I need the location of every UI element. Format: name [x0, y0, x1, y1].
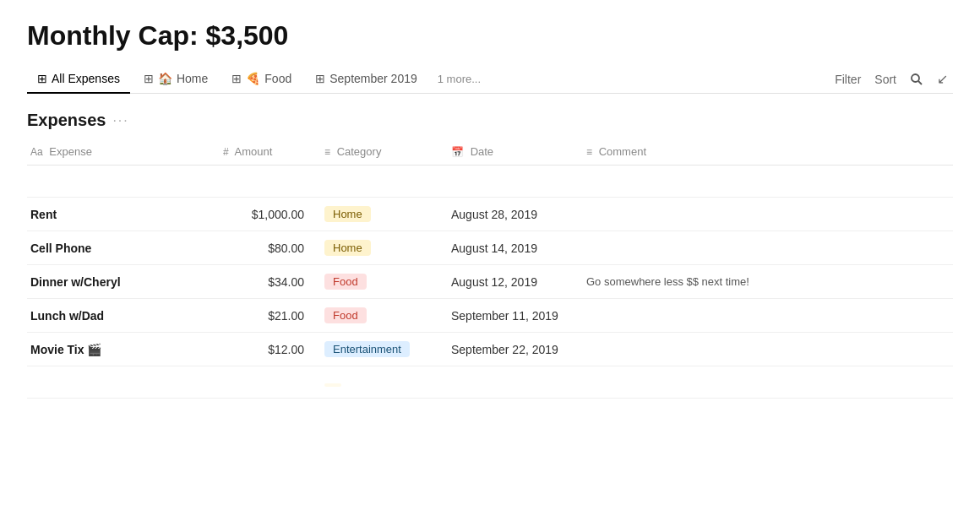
category-cell[interactable]: Food	[314, 265, 441, 299]
date-cell: August 12, 2019	[441, 265, 576, 299]
placeholder-badge	[324, 383, 341, 387]
expense-cell[interactable]: Lunch w/Dad	[27, 299, 213, 333]
table-row[interactable]: Rent $1,000.00 Home August 28, 2019	[27, 198, 953, 231]
sort-button[interactable]: Sort	[873, 69, 898, 90]
category-badge[interactable]: Home	[324, 206, 371, 222]
table-row[interactable]: Movie Tix 🎬 $12.00 Entertainment Septemb…	[27, 333, 953, 366]
tab-september-2019[interactable]: ⊞ September 2019	[305, 65, 427, 94]
amount-cell: $1,000.00	[213, 198, 314, 231]
date-col-label: Date	[471, 145, 493, 158]
date-cell: September 22, 2019	[441, 333, 576, 366]
tab-all-expenses-label: All Expenses	[52, 72, 120, 85]
search-button[interactable]	[908, 68, 925, 90]
category-cell[interactable]: Home	[314, 198, 441, 231]
expense-cell[interactable]: Dinner w/Cheryl	[27, 265, 213, 299]
section-header: Expenses ···	[27, 111, 953, 130]
col-header-date[interactable]: 📅 Date	[441, 140, 576, 166]
tabs-left: ⊞ All Expenses ⊞ 🏠 Home ⊞ 🍕 Food ⊞ Septe…	[27, 65, 833, 93]
category-badge[interactable]: Entertainment	[324, 341, 410, 357]
section-title: Expenses	[27, 111, 106, 130]
expense-name: Lunch w/Dad	[30, 309, 104, 323]
category-cell[interactable]: Entertainment	[314, 333, 441, 366]
comment-cell	[576, 333, 953, 366]
expenses-table: Aa Expense # Amount ≡ Category 📅 Date	[27, 140, 953, 399]
amount-cell: $21.00	[213, 299, 314, 333]
category-col-label: Category	[337, 145, 382, 158]
comment-col-icon: ≡	[586, 146, 592, 158]
expand-icon[interactable]: ↙	[935, 68, 950, 90]
tab-september-2019-label: September 2019	[329, 72, 417, 85]
table-row[interactable]: Lunch w/Dad $21.00 Food September 11, 20…	[27, 299, 953, 333]
expense-name: Rent	[30, 208, 57, 221]
expense-cell[interactable]: Movie Tix 🎬	[27, 333, 213, 366]
col-header-expense[interactable]: Aa Expense	[27, 140, 213, 166]
date-cell: September 11, 2019	[441, 299, 576, 333]
amount-cell: $80.00	[213, 231, 314, 265]
table-row-empty-bottom[interactable]	[27, 366, 953, 399]
expenses-table-wrapper: Aa Expense # Amount ≡ Category 📅 Date	[27, 140, 953, 399]
search-icon	[910, 73, 923, 86]
tab-home[interactable]: ⊞ 🏠 Home	[133, 65, 218, 94]
filter-button[interactable]: Filter	[833, 69, 863, 90]
col-header-comment[interactable]: ≡ Comment	[576, 140, 953, 166]
tab-food-grid-icon: ⊞	[231, 72, 242, 85]
tab-food[interactable]: ⊞ 🍕 Food	[221, 65, 302, 94]
tab-sep-grid-icon: ⊞	[315, 72, 325, 85]
category-cell[interactable]: Home	[314, 231, 441, 265]
tabs-right: Filter Sort ↙	[833, 68, 953, 90]
expense-col-icon: Aa	[30, 146, 43, 158]
table-row[interactable]: Dinner w/Cheryl $34.00 Food August 12, 2…	[27, 265, 953, 299]
category-badge[interactable]: Home	[324, 240, 371, 256]
table-row-empty[interactable]	[27, 166, 953, 198]
amount-cell: $12.00	[213, 333, 314, 366]
comment-cell	[576, 198, 953, 231]
monthly-cap-title: Monthly Cap: $3,500	[27, 20, 953, 52]
tab-all-expenses-icon: ⊞	[37, 72, 47, 85]
comment-cell	[576, 299, 953, 333]
comment-cell	[576, 231, 953, 265]
expense-name: Dinner w/Cheryl	[30, 275, 121, 289]
tab-food-label: Food	[264, 72, 291, 85]
date-col-icon: 📅	[451, 146, 464, 158]
table-row[interactable]: Cell Phone $80.00 Home August 14, 2019	[27, 231, 953, 265]
expense-name: Movie Tix 🎬	[30, 343, 101, 356]
more-tabs-link[interactable]: 1 more...	[431, 66, 487, 92]
svg-point-0	[912, 74, 919, 82]
category-badge[interactable]: Food	[324, 307, 367, 323]
category-col-icon: ≡	[324, 146, 330, 158]
date-cell: August 14, 2019	[441, 231, 576, 265]
tab-all-expenses[interactable]: ⊞ All Expenses	[27, 65, 130, 94]
expense-col-label: Expense	[49, 145, 92, 158]
category-cell[interactable]: Food	[314, 299, 441, 333]
amount-col-icon: #	[223, 146, 229, 158]
svg-line-1	[918, 81, 922, 84]
expense-cell[interactable]: Cell Phone	[27, 231, 213, 265]
comment-col-label: Comment	[599, 145, 646, 158]
page-container: Monthly Cap: $3,500 ⊞ All Expenses ⊞ 🏠 H…	[0, 0, 980, 419]
expense-name: Cell Phone	[30, 242, 91, 255]
section-options-menu[interactable]: ···	[112, 113, 128, 128]
expense-cell[interactable]: Rent	[27, 198, 213, 231]
tab-home-grid-icon: ⊞	[144, 72, 154, 85]
amount-cell: $34.00	[213, 265, 314, 299]
col-header-amount[interactable]: # Amount	[213, 140, 314, 166]
table-header-row: Aa Expense # Amount ≡ Category 📅 Date	[27, 140, 953, 166]
tab-home-emoji: 🏠	[158, 72, 172, 85]
tab-food-emoji: 🍕	[246, 72, 260, 85]
date-cell: August 28, 2019	[441, 198, 576, 231]
category-badge[interactable]: Food	[324, 274, 367, 290]
amount-col-label: Amount	[235, 145, 273, 158]
col-header-category[interactable]: ≡ Category	[314, 140, 441, 166]
tab-home-label: Home	[177, 72, 208, 85]
tabs-bar: ⊞ All Expenses ⊞ 🏠 Home ⊞ 🍕 Food ⊞ Septe…	[27, 65, 953, 94]
comment-cell: Go somewhere less $$ next time!	[576, 265, 953, 299]
